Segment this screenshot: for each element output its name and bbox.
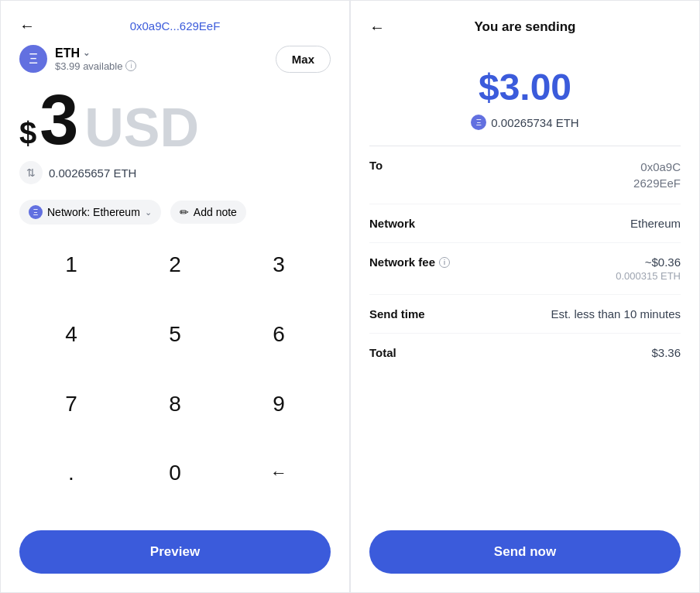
available-info-icon[interactable]: i bbox=[125, 60, 136, 71]
amount-display: $ 3 USD bbox=[19, 85, 331, 155]
numpad-4[interactable]: 4 bbox=[19, 310, 123, 359]
eth-conversion-row: ⇅ 0.00265657 ETH bbox=[19, 161, 331, 184]
numpad-backspace[interactable]: ← bbox=[227, 448, 331, 498]
eth-logo: Ξ bbox=[19, 45, 47, 73]
numpad-2[interactable]: 2 bbox=[123, 240, 227, 290]
left-header: ← 0x0a9C...629EeF bbox=[19, 13, 331, 33]
numpad-1[interactable]: 1 bbox=[19, 240, 123, 290]
confirm-amount-section: $3.00 Ξ 0.00265734 ETH bbox=[369, 47, 681, 146]
network-label: Network: Ethereum bbox=[47, 206, 140, 218]
confirm-eth-amount: 0.00265734 ETH bbox=[491, 116, 578, 129]
numpad-9[interactable]: 9 bbox=[227, 379, 331, 429]
send-time-value: Est. less than 10 minutes bbox=[551, 307, 681, 320]
fee-info-icon[interactable]: i bbox=[439, 257, 450, 268]
dollar-sign: $ bbox=[19, 118, 36, 149]
numpad: 1 2 3 4 5 6 7 8 9 . 0 ← bbox=[19, 240, 331, 518]
confirm-usd-amount: $3.00 bbox=[479, 66, 571, 108]
network-row: Ξ Network: Ethereum ⌄ ✏ Add note bbox=[19, 200, 331, 225]
network-detail-label: Network bbox=[369, 217, 415, 230]
token-info: Ξ ETH ⌄ $3.99 available i bbox=[19, 45, 136, 73]
to-label: To bbox=[369, 159, 383, 172]
details-table: To 0x0a9C 2629EeF Network Ethereum Netwo… bbox=[369, 146, 681, 530]
swap-icon[interactable]: ⇅ bbox=[19, 161, 43, 184]
numpad-0[interactable]: 0 bbox=[123, 448, 227, 498]
eth-amount-text: 0.00265657 ETH bbox=[49, 166, 136, 180]
network-detail-row: Network Ethereum bbox=[369, 204, 681, 243]
total-label: Total bbox=[369, 346, 396, 359]
total-value: $3.36 bbox=[651, 346, 681, 359]
numpad-8[interactable]: 8 bbox=[123, 379, 227, 429]
send-now-button[interactable]: Send now bbox=[369, 530, 681, 574]
confirm-eth-icon: Ξ bbox=[471, 115, 486, 130]
fee-label: Network fee i bbox=[369, 255, 450, 269]
amount-currency: USD bbox=[84, 101, 199, 155]
numpad-dot[interactable]: . bbox=[19, 448, 123, 498]
network-eth-icon: Ξ bbox=[29, 205, 43, 219]
left-panel: ← 0x0a9C...629EeF Ξ ETH ⌄ $3.99 availabl… bbox=[0, 0, 350, 593]
send-time-label: Send time bbox=[369, 307, 425, 320]
numpad-5[interactable]: 5 bbox=[123, 310, 227, 359]
wallet-address[interactable]: 0x0a9C...629EeF bbox=[130, 19, 221, 33]
token-details: ETH ⌄ $3.99 available i bbox=[55, 46, 136, 72]
to-row: To 0x0a9C 2629EeF bbox=[369, 146, 681, 204]
pencil-icon: ✏ bbox=[180, 206, 189, 218]
to-address: 0x0a9C 2629EeF bbox=[633, 159, 681, 191]
network-badge[interactable]: Ξ Network: Ethereum ⌄ bbox=[19, 200, 161, 225]
fee-value: ~$0.36 0.000315 ETH bbox=[616, 255, 681, 282]
network-chevron-icon: ⌄ bbox=[145, 207, 152, 218]
numpad-7[interactable]: 7 bbox=[19, 379, 123, 429]
max-button[interactable]: Max bbox=[276, 46, 331, 73]
send-time-row: Send time Est. less than 10 minutes bbox=[369, 295, 681, 334]
token-name-row[interactable]: ETH ⌄ bbox=[55, 46, 136, 60]
token-row: Ξ ETH ⌄ $3.99 available i Max bbox=[19, 45, 331, 73]
numpad-3[interactable]: 3 bbox=[227, 240, 331, 290]
confirm-eth-row: Ξ 0.00265734 ETH bbox=[471, 115, 578, 130]
fee-row: Network fee i ~$0.36 0.000315 ETH bbox=[369, 243, 681, 295]
total-row: Total $3.36 bbox=[369, 334, 681, 372]
token-chevron-icon: ⌄ bbox=[83, 48, 90, 58]
right-header-title: You are sending bbox=[475, 19, 576, 35]
numpad-6[interactable]: 6 bbox=[227, 310, 331, 359]
network-detail-value: Ethereum bbox=[630, 217, 681, 230]
add-note-button[interactable]: ✏ Add note bbox=[170, 201, 246, 224]
token-available: $3.99 available i bbox=[55, 60, 136, 72]
preview-button[interactable]: Preview bbox=[19, 530, 331, 574]
back-arrow-left[interactable]: ← bbox=[19, 17, 35, 35]
right-panel: ← You are sending $3.00 Ξ 0.00265734 ETH… bbox=[350, 0, 700, 593]
right-header: ← You are sending bbox=[369, 13, 681, 35]
add-note-label: Add note bbox=[194, 206, 237, 218]
amount-number: 3 bbox=[39, 85, 78, 155]
back-arrow-right[interactable]: ← bbox=[369, 19, 385, 36]
